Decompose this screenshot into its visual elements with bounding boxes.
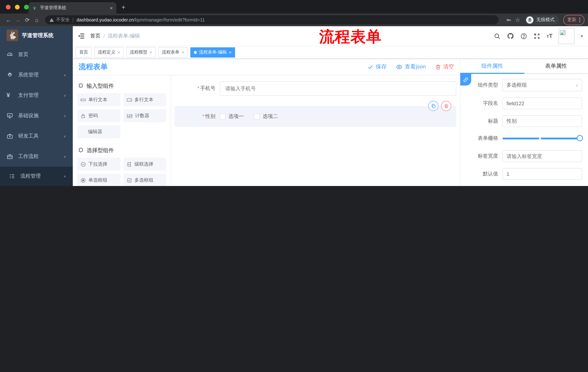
browser-update-button[interactable]: 更新 bbox=[563, 15, 584, 25]
home-icon[interactable]: ⌂ bbox=[32, 17, 42, 23]
tab-close-icon[interactable]: × bbox=[110, 5, 113, 11]
palette-item-radio-group[interactable]: 单选框组 bbox=[77, 174, 120, 186]
incognito-badge: 无痕模式 bbox=[525, 15, 559, 25]
tab-component-props[interactable]: 组件属性 bbox=[460, 59, 524, 73]
canvas-field-gender-selected[interactable]: *性别 选项一 选项二 bbox=[175, 106, 456, 127]
palette-item-password[interactable]: 密码 bbox=[77, 109, 120, 122]
clear-button[interactable]: 清空 bbox=[435, 63, 454, 70]
browser-tab[interactable]: 芋道管理系统 × bbox=[28, 2, 116, 13]
avatar-caret-icon[interactable]: ▾ bbox=[581, 34, 583, 38]
top-navbar: 首页 / 流程表单-编辑 流程表单 bbox=[73, 26, 588, 46]
canvas-field-phone[interactable]: *手机号 bbox=[175, 81, 456, 96]
title-input[interactable] bbox=[503, 115, 582, 127]
breadcrumb-current: 流程表单-编辑 bbox=[108, 33, 140, 39]
delete-component-button[interactable] bbox=[441, 101, 451, 111]
component-type-select[interactable]: 多选框组 ∨ bbox=[503, 79, 582, 91]
incognito-icon bbox=[526, 16, 533, 23]
app-logo[interactable]: 🐇 芋道管理系统 bbox=[0, 26, 73, 44]
puzzle-icon bbox=[78, 148, 84, 154]
palette-item-multi-text[interactable]: 多行文本 bbox=[123, 93, 166, 106]
search-icon[interactable] bbox=[494, 32, 501, 40]
label-width-input[interactable] bbox=[503, 150, 582, 162]
address-bar[interactable]: 不安全 dashboard.yudao.iocoder.cn /bpm/mana… bbox=[45, 15, 498, 24]
gender-label: *性别 bbox=[175, 113, 220, 120]
favicon-plant-icon bbox=[32, 5, 37, 10]
minimize-window-button[interactable] bbox=[15, 5, 20, 10]
tag-process-form[interactable]: 流程表单 × bbox=[158, 47, 188, 57]
close-icon[interactable]: × bbox=[229, 50, 231, 55]
tag-process-model[interactable]: 流程模型 × bbox=[126, 47, 156, 57]
zoom-window-button[interactable] bbox=[24, 5, 29, 10]
bookmark-star-icon[interactable]: ☆ bbox=[515, 16, 520, 23]
sidebar-item-payment[interactable]: ¥ 支付管理 ∨ bbox=[0, 85, 73, 106]
close-window-button[interactable] bbox=[6, 5, 10, 10]
back-icon[interactable]: ← bbox=[4, 17, 13, 23]
reload-icon[interactable]: ⟳ bbox=[22, 17, 32, 23]
close-icon[interactable]: × bbox=[117, 50, 120, 55]
url-domain: dashboard.yudao.iocoder.cn bbox=[77, 17, 134, 22]
sidebar-item-devtools[interactable]: 研发工具 ∨ bbox=[0, 126, 73, 146]
gear-icon bbox=[7, 72, 13, 78]
tag-process-form-edit[interactable]: 流程表单-编辑 × bbox=[190, 47, 235, 57]
window-controls[interactable] bbox=[6, 5, 29, 10]
palette-item-checkbox-group[interactable]: 多选框组 bbox=[123, 174, 166, 186]
palette-item-counter[interactable]: 123 计数器 bbox=[123, 109, 166, 122]
row-component-type: 组件类型 多选框组 ∨ bbox=[460, 79, 582, 91]
gender-option-1[interactable]: 选项一 bbox=[220, 113, 244, 120]
breadcrumb-separator: / bbox=[103, 33, 105, 39]
sidebar-fold-icon[interactable] bbox=[78, 32, 85, 40]
sidebar-item-system[interactable]: 系统管理 ∨ bbox=[0, 65, 73, 85]
tab-form-props[interactable]: 表单属性 bbox=[524, 59, 588, 73]
font-size-icon[interactable]: TT bbox=[546, 33, 553, 39]
field-name-input[interactable] bbox=[503, 97, 582, 109]
new-tab-button[interactable]: + bbox=[122, 4, 125, 11]
gender-option-2[interactable]: 选项二 bbox=[254, 113, 278, 120]
close-icon[interactable]: × bbox=[182, 50, 184, 55]
yen-icon: ¥ bbox=[7, 92, 13, 99]
browser-menu-icon[interactable] bbox=[579, 18, 580, 22]
row-label-width: 标签宽度 bbox=[460, 150, 582, 162]
checkbox-icon[interactable] bbox=[220, 114, 226, 119]
palette-item-select[interactable]: 下拉选择 bbox=[77, 158, 120, 171]
chevron-down-icon: ∨ bbox=[63, 94, 66, 97]
close-icon[interactable]: × bbox=[149, 50, 152, 55]
not-secure-label[interactable]: 不安全 bbox=[56, 17, 70, 23]
avatar[interactable] bbox=[559, 28, 575, 44]
form-canvas[interactable]: *手机号 bbox=[171, 75, 460, 186]
palette-item-single-text[interactable]: 单行文本 bbox=[77, 93, 120, 106]
save-button[interactable]: 保存 bbox=[368, 63, 387, 70]
active-dot bbox=[194, 51, 197, 54]
default-value-input[interactable] bbox=[503, 168, 582, 180]
row-title: 标题 bbox=[460, 115, 582, 127]
password-key-icon[interactable] bbox=[505, 17, 511, 23]
help-icon[interactable] bbox=[520, 32, 527, 40]
view-json-button[interactable]: 查看json bbox=[396, 63, 426, 70]
monitor-icon bbox=[7, 112, 13, 119]
logo-rabbit-image: 🐇 bbox=[7, 30, 18, 41]
checkbox-icon[interactable] bbox=[254, 114, 260, 119]
sidebar-item-home[interactable]: 首页 bbox=[0, 44, 73, 65]
link-tab-button[interactable] bbox=[460, 74, 471, 85]
forward-icon[interactable]: → bbox=[13, 17, 22, 23]
grid-slider[interactable] bbox=[503, 135, 580, 141]
palette-item-cascader[interactable]: 级联选择 bbox=[123, 158, 166, 171]
sidebar-item-workflow[interactable]: 工作流程 ∧ bbox=[0, 146, 73, 167]
fullscreen-icon[interactable] bbox=[533, 32, 540, 40]
checkbox-icon bbox=[126, 177, 132, 183]
sidebar: 🐇 芋道管理系统 首页 系统管理 ∨ bbox=[0, 26, 73, 186]
sidebar-item-process-mgmt[interactable]: 流程管理 ∧ bbox=[0, 167, 73, 186]
input-icon bbox=[80, 97, 86, 102]
copy-component-button[interactable] bbox=[428, 101, 439, 111]
slider-track[interactable] bbox=[503, 138, 580, 139]
breadcrumb-home[interactable]: 首页 bbox=[90, 33, 100, 39]
github-icon[interactable] bbox=[507, 32, 514, 40]
slider-handle[interactable] bbox=[577, 135, 583, 141]
tag-process-definition[interactable]: 流程定义 × bbox=[94, 47, 124, 57]
palette-item-editor[interactable]: 编辑器 bbox=[77, 125, 120, 138]
not-secure-icon bbox=[50, 18, 54, 22]
sidebar-item-process-form[interactable]: 流程表单 bbox=[0, 186, 73, 186]
row-default-value: 默认值 bbox=[460, 168, 582, 180]
phone-input[interactable] bbox=[220, 81, 456, 96]
sidebar-item-infra[interactable]: 基础设施 ∨ bbox=[0, 106, 73, 126]
tag-home[interactable]: 首页 bbox=[76, 47, 92, 57]
